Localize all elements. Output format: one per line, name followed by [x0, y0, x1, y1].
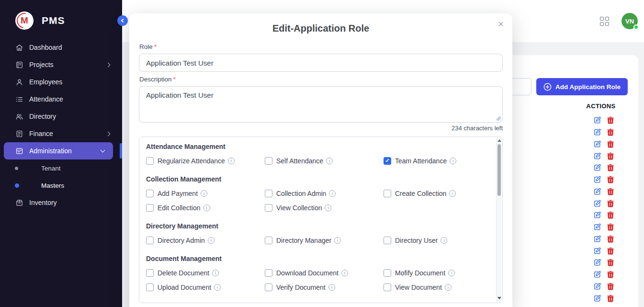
permission-add-payment[interactable]: Add Paymenti — [146, 189, 265, 197]
permission-self-attendance[interactable]: Self Attendancei — [265, 157, 384, 165]
info-icon[interactable]: i — [201, 190, 207, 197]
info-icon[interactable]: i — [334, 237, 341, 244]
info-icon[interactable]: i — [208, 237, 215, 244]
apps-grid-icon[interactable] — [600, 17, 609, 26]
permission-directory-user[interactable]: Directory Useri — [384, 236, 488, 244]
checkbox-icon[interactable] — [146, 190, 154, 197]
delete-icon[interactable] — [607, 152, 614, 160]
checkbox-icon[interactable] — [265, 157, 272, 165]
delete-icon[interactable] — [607, 200, 614, 207]
sidebar-item-inventory[interactable]: Inventory — [0, 194, 122, 211]
scroll-up-arrow-icon[interactable] — [497, 139, 501, 142]
info-icon[interactable]: i — [328, 284, 335, 291]
permission-upload-document[interactable]: Upload Documenti — [146, 283, 265, 291]
edit-icon[interactable] — [594, 223, 601, 231]
permission-view-collection[interactable]: View Collectioni — [265, 204, 384, 212]
delete-icon[interactable] — [607, 188, 614, 195]
checkbox-icon[interactable] — [146, 204, 154, 212]
info-icon[interactable]: i — [228, 158, 235, 164]
checkbox-icon[interactable] — [146, 269, 154, 277]
sidebar-item-employees[interactable]: Employees — [0, 73, 122, 91]
delete-icon[interactable] — [607, 259, 614, 266]
checkbox-icon[interactable] — [265, 237, 272, 244]
info-icon[interactable]: i — [448, 270, 455, 276]
delete-icon[interactable] — [607, 128, 614, 136]
sidebar-item-dashboard[interactable]: Dashboard — [0, 39, 122, 56]
sidebar-subitem-tenant[interactable]: Tenant — [0, 159, 122, 177]
scrollbar[interactable] — [496, 137, 502, 302]
delete-icon[interactable] — [607, 140, 614, 148]
sidebar-item-projects[interactable]: Projects — [0, 56, 122, 73]
delete-icon[interactable] — [607, 247, 614, 255]
edit-icon[interactable] — [594, 176, 601, 183]
delete-icon[interactable] — [607, 164, 614, 171]
edit-icon[interactable] — [594, 259, 601, 266]
sidebar-item-directory[interactable]: Directory — [0, 108, 122, 125]
checkbox-icon[interactable] — [265, 284, 272, 291]
edit-icon[interactable] — [594, 271, 601, 278]
permission-edit-collection[interactable]: Edit Collectioni — [146, 204, 265, 212]
checkbox-icon[interactable] — [146, 284, 154, 291]
checkbox-icon[interactable] — [384, 190, 391, 197]
edit-icon[interactable] — [594, 211, 601, 219]
permission-mofify-document[interactable]: Mofify Documenti — [384, 269, 488, 277]
edit-icon[interactable] — [594, 128, 601, 136]
close-icon[interactable]: × — [498, 19, 504, 29]
permission-collection-admin[interactable]: Collection Admini — [265, 189, 384, 197]
checkbox-icon[interactable] — [146, 157, 154, 165]
checkbox-icon[interactable] — [384, 237, 391, 244]
info-icon[interactable]: i — [325, 205, 331, 211]
permission-view-document[interactable]: View Documenti — [384, 283, 488, 291]
permission-directory-admin[interactable]: Directory Admini — [146, 236, 265, 244]
sidebar-subitem-masters[interactable]: Masters — [0, 177, 122, 194]
edit-icon[interactable] — [594, 188, 601, 195]
checkbox-icon[interactable] — [146, 237, 154, 244]
role-input[interactable] — [139, 54, 503, 72]
permission-regularize-attendance[interactable]: Regularize Attendancei — [146, 157, 265, 165]
edit-icon[interactable] — [594, 140, 601, 148]
delete-icon[interactable] — [607, 211, 614, 219]
add-application-role-button[interactable]: Add Application Role — [536, 78, 628, 95]
permission-download-document[interactable]: Download Documenti — [265, 269, 384, 277]
checkbox-icon[interactable] — [384, 269, 391, 277]
checkbox-icon[interactable] — [384, 284, 391, 291]
info-icon[interactable]: i — [203, 205, 210, 211]
edit-icon[interactable] — [594, 164, 601, 171]
delete-icon[interactable] — [607, 176, 614, 183]
info-icon[interactable]: i — [441, 237, 447, 244]
checkbox-icon[interactable] — [265, 204, 272, 212]
info-icon[interactable]: i — [445, 284, 452, 291]
scrollbar-thumb[interactable] — [497, 144, 501, 196]
info-icon[interactable]: i — [329, 190, 336, 197]
permission-create-collection[interactable]: Create Collectioni — [384, 189, 488, 197]
description-textarea[interactable]: Application Test User — [139, 86, 503, 123]
checkbox-icon[interactable] — [265, 269, 272, 277]
edit-icon[interactable] — [594, 152, 601, 160]
permission-directory-manager[interactable]: Directory Manageri — [265, 236, 384, 244]
sidebar-item-attendance[interactable]: Attendance — [0, 91, 122, 108]
sidebar-item-administration[interactable]: Administration — [4, 142, 113, 159]
scroll-down-arrow-icon[interactable] — [497, 297, 501, 299]
delete-icon[interactable] — [607, 283, 614, 290]
delete-icon[interactable] — [607, 271, 614, 278]
edit-icon[interactable] — [594, 295, 601, 302]
info-icon[interactable]: i — [212, 270, 219, 276]
edit-icon[interactable] — [594, 283, 601, 290]
sidebar-item-finance[interactable]: Finance — [0, 125, 122, 142]
delete-icon[interactable] — [607, 295, 614, 302]
delete-icon[interactable] — [607, 235, 614, 243]
sidebar-collapse-button[interactable] — [117, 15, 128, 26]
checkbox-icon[interactable] — [265, 190, 272, 197]
edit-icon[interactable] — [594, 116, 601, 124]
delete-icon[interactable] — [607, 223, 614, 231]
edit-icon[interactable] — [594, 200, 601, 207]
edit-icon[interactable] — [594, 235, 601, 243]
permission-verify-document[interactable]: Verify Documenti — [265, 283, 384, 291]
user-avatar[interactable]: VN — [621, 13, 638, 29]
info-icon[interactable]: i — [214, 284, 221, 291]
info-icon[interactable]: i — [326, 158, 333, 164]
permission-delete-document[interactable]: Delete Documenti — [146, 269, 265, 277]
info-icon[interactable]: i — [449, 190, 456, 197]
info-icon[interactable]: i — [450, 158, 456, 164]
delete-icon[interactable] — [607, 116, 614, 124]
